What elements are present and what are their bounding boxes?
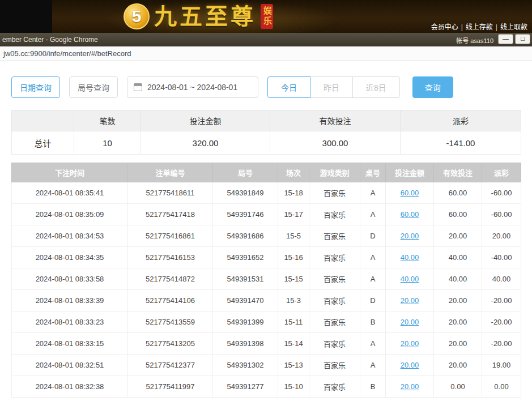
window-title: ember Center - Google Chrome bbox=[2, 36, 98, 44]
cell-bet-no: 521775416861 bbox=[128, 225, 213, 247]
search-button[interactable]: 查询 bbox=[412, 76, 453, 98]
cell-game-type: 百家乐 bbox=[309, 182, 360, 204]
cell-game-type: 百家乐 bbox=[309, 333, 360, 355]
nav-separator: | bbox=[496, 23, 497, 31]
cell-valid-bet: 20.00 bbox=[434, 290, 482, 312]
nav-separator: | bbox=[461, 23, 463, 31]
cell-round-no: 549391652 bbox=[213, 247, 278, 268]
cell-valid-bet: 20.00 bbox=[434, 225, 482, 247]
table-row: 2024-08-01 08:33:23 521775413559 5493913… bbox=[12, 312, 521, 333]
bet-amount-link[interactable]: 20.00 bbox=[401, 361, 419, 369]
cell-game-type: 百家乐 bbox=[309, 204, 360, 225]
cell-table-no: A bbox=[360, 182, 386, 204]
date-range-value: 2024-08-01 ~ 2024-08-01 bbox=[147, 83, 237, 92]
summary-header-blank bbox=[12, 110, 74, 131]
cell-game-type: 百家乐 bbox=[309, 290, 360, 312]
summary-header-valid-bet: 有效投注 bbox=[270, 110, 401, 131]
cell-payout: -60.00 bbox=[482, 204, 521, 225]
cell-round-no: 549391746 bbox=[213, 204, 278, 225]
cell-table-no: D bbox=[360, 290, 386, 312]
summary-header-bet-amount: 投注金额 bbox=[141, 110, 270, 131]
bet-amount-link[interactable]: 60.00 bbox=[401, 210, 419, 219]
filter-bar: 日期查询 局号查询 2024-08-01 ~ 2024-08-01 今日 昨日 … bbox=[11, 76, 521, 99]
quick-last8days-button[interactable]: 近8日 bbox=[352, 76, 400, 98]
summary-header-payout: 派彩 bbox=[401, 110, 521, 131]
summary-valid-bet-value: 300.00 bbox=[270, 131, 401, 155]
nav-online-deposit[interactable]: 线上存款 bbox=[466, 23, 493, 31]
cell-bet-amount: 20.00 bbox=[386, 312, 434, 333]
col-header-session: 场次 bbox=[278, 163, 309, 182]
table-row: 2024-08-01 08:35:41 521775418611 5493918… bbox=[12, 182, 521, 204]
cell-session: 15-13 bbox=[278, 355, 309, 376]
cell-game-type: 百家乐 bbox=[309, 376, 360, 398]
cell-round-no: 549391399 bbox=[213, 312, 278, 333]
cell-session: 15-17 bbox=[278, 204, 309, 225]
cell-session: 15-11 bbox=[278, 312, 309, 333]
cell-bet-time: 2024-08-01 08:32:38 bbox=[12, 376, 128, 398]
cell-payout: -20.00 bbox=[482, 333, 521, 355]
col-header-bet-amount: 投注金额 bbox=[386, 163, 434, 182]
minimize-button[interactable]: — bbox=[498, 34, 513, 44]
date-query-tab[interactable]: 日期查询 bbox=[11, 76, 60, 98]
cell-bet-no: 521775412377 bbox=[128, 355, 213, 376]
bet-amount-link[interactable]: 20.00 bbox=[401, 232, 419, 240]
table-row: 2024-08-01 08:33:58 521775414872 5493915… bbox=[12, 268, 521, 290]
restore-button[interactable]: □ bbox=[515, 34, 530, 44]
cell-bet-amount: 20.00 bbox=[386, 225, 434, 247]
bet-amount-link[interactable]: 20.00 bbox=[401, 339, 419, 348]
bet-amount-link[interactable]: 60.00 bbox=[401, 189, 419, 197]
bet-amount-link[interactable]: 20.00 bbox=[401, 296, 419, 305]
cell-bet-no: 521775413205 bbox=[128, 333, 213, 355]
cell-table-no: A bbox=[360, 333, 386, 355]
cell-table-no: D bbox=[360, 225, 386, 247]
logo-entertainment-badge: 娱乐 bbox=[261, 4, 273, 29]
cell-valid-bet: 0.00 bbox=[434, 376, 482, 398]
cell-bet-amount: 60.00 bbox=[386, 204, 434, 225]
table-row: 2024-08-01 08:34:53 521775416861 5493916… bbox=[12, 225, 521, 247]
cell-session: 15-16 bbox=[278, 247, 309, 268]
cell-session: 15-14 bbox=[278, 333, 309, 355]
cell-bet-no: 521775418611 bbox=[128, 182, 213, 204]
col-header-round-no: 局号 bbox=[213, 163, 278, 182]
quick-today-button[interactable]: 今日 bbox=[267, 76, 310, 98]
cell-bet-no: 521775411997 bbox=[128, 376, 213, 398]
col-header-bet-time: 下注时间 bbox=[12, 163, 128, 182]
round-query-tab[interactable]: 局号查询 bbox=[69, 76, 118, 98]
bet-amount-link[interactable]: 40.00 bbox=[401, 253, 419, 262]
quick-range-group: 今日 昨日 近8日 bbox=[267, 76, 400, 98]
cell-bet-no: 521775416153 bbox=[128, 247, 213, 268]
cell-round-no: 549391531 bbox=[213, 268, 278, 290]
nav-online-withdraw[interactable]: 线上取款 bbox=[500, 23, 527, 31]
date-range-input[interactable]: 2024-08-01 ~ 2024-08-01 bbox=[127, 76, 258, 98]
browser-titlebar: ember Center - Google Chrome 帐号 asas110 … bbox=[0, 33, 532, 46]
cell-game-type: 百家乐 bbox=[309, 247, 360, 268]
bet-amount-link[interactable]: 40.00 bbox=[401, 275, 419, 283]
cell-round-no: 549391398 bbox=[213, 333, 278, 355]
table-row: 2024-08-01 08:34:35 521775416153 5493916… bbox=[12, 247, 521, 268]
col-header-bet-no: 注单编号 bbox=[128, 163, 213, 182]
summary-count-value: 10 bbox=[74, 131, 141, 155]
banner-left-block bbox=[0, 0, 52, 33]
cell-round-no: 549391686 bbox=[213, 225, 278, 247]
cell-payout: 0.00 bbox=[482, 376, 521, 398]
cell-payout: 40.00 bbox=[482, 268, 521, 290]
cell-bet-no: 521775414106 bbox=[128, 290, 213, 312]
bet-amount-link[interactable]: 20.00 bbox=[401, 382, 419, 391]
cell-valid-bet: 40.00 bbox=[434, 247, 482, 268]
coin-icon: 5 bbox=[124, 3, 150, 29]
cell-bet-no: 521775414872 bbox=[128, 268, 213, 290]
cell-valid-bet: 20.00 bbox=[434, 355, 482, 376]
cell-bet-amount: 20.00 bbox=[386, 333, 434, 355]
bet-amount-link[interactable]: 20.00 bbox=[401, 318, 419, 326]
nav-member-center[interactable]: 会员中心 bbox=[431, 23, 458, 31]
table-row: 2024-08-01 08:33:39 521775414106 5493914… bbox=[12, 290, 521, 312]
cell-bet-amount: 60.00 bbox=[386, 182, 434, 204]
cell-valid-bet: 40.00 bbox=[434, 268, 482, 290]
table-row: 2024-08-01 08:32:38 521775411997 5493912… bbox=[12, 376, 521, 398]
cell-bet-no: 521775417418 bbox=[128, 204, 213, 225]
quick-yesterday-button[interactable]: 昨日 bbox=[310, 76, 353, 98]
site-logo: 5 九五至尊 娱乐 bbox=[124, 3, 273, 30]
cell-bet-amount: 20.00 bbox=[386, 376, 434, 398]
cell-session: 15-3 bbox=[278, 290, 309, 312]
browser-urlbar[interactable]: jw05.cc:9900/infe/mcenter/#/betRecord bbox=[0, 46, 532, 61]
